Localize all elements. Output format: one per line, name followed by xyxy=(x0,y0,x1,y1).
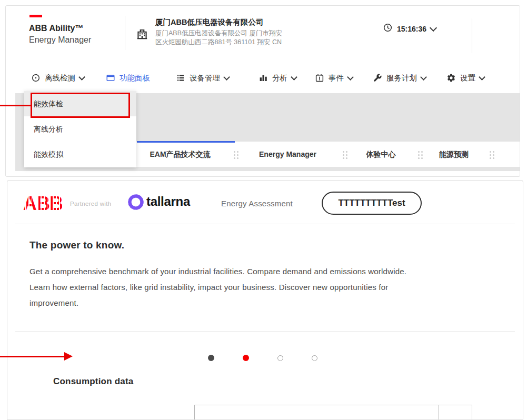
consumption-table-fragment xyxy=(194,405,472,420)
app-subtitle: Energy Manager xyxy=(29,35,91,45)
chevron-down-icon xyxy=(420,74,427,81)
hero-description-line: Learn how external factors, like grid in… xyxy=(29,279,406,295)
nav-item-label: 服务计划 xyxy=(386,73,417,83)
divider xyxy=(125,16,125,50)
chevron-down-icon xyxy=(479,74,485,81)
hero-title: The power to know. xyxy=(29,239,124,251)
company-address-line2: 区火炬园舫山西二路881号 361101 翔安 CN xyxy=(155,38,282,47)
section-title-consumption-data: Consumption data xyxy=(53,376,133,387)
chevron-down-icon xyxy=(347,74,354,81)
calendar-alert-icon xyxy=(315,73,324,83)
nav-item-label: 功能面板 xyxy=(120,73,150,83)
sync-icon xyxy=(31,73,41,83)
chevron-down-icon xyxy=(430,24,437,31)
table-cell xyxy=(195,405,439,420)
divider xyxy=(15,224,515,224)
drag-handle-icon[interactable] xyxy=(418,151,423,159)
nav-item-offline-detection[interactable]: 离线检测 xyxy=(31,70,84,86)
tallarna-logo-icon xyxy=(126,193,145,214)
nav-item-device-management[interactable]: 设备管理 xyxy=(176,70,229,86)
tab-experience-center[interactable]: 体验中心 xyxy=(362,142,400,167)
menu-item-energy-simulation[interactable]: 能效模拟 xyxy=(24,142,136,167)
bar-chart-icon xyxy=(258,73,268,83)
energy-manager-window: ABB Ability™ Energy Manager 厦门ABB低压电器设备有… xyxy=(5,5,520,177)
annotation-connector-line xyxy=(0,105,31,106)
nav-item-analysis[interactable]: 分析 xyxy=(258,70,296,86)
annotation-highlight-box xyxy=(31,93,130,118)
account-button[interactable]: TTTTTTTTTTest xyxy=(322,192,422,215)
company-address-line1: 厦门ABB低压电器设备有限公司 厦门市翔安 xyxy=(155,29,282,38)
carousel-dot[interactable] xyxy=(208,355,214,361)
tallarna-logo-text: tallarna xyxy=(146,194,190,209)
wrench-icon xyxy=(373,73,382,83)
drag-handle-icon[interactable] xyxy=(234,151,239,159)
list-icon xyxy=(176,73,185,83)
nav-item-dashboard[interactable]: 功能面板 xyxy=(106,70,150,86)
tab-energy-forecast[interactable]: 能源预测 xyxy=(435,142,473,167)
annotation-arrow-head xyxy=(64,352,73,361)
hero-description: Get a comprehensive benchmark of your in… xyxy=(29,264,406,311)
chevron-down-icon xyxy=(223,74,230,81)
abb-logo: ABB xyxy=(23,194,63,213)
nav-item-service-plan[interactable]: 服务计划 xyxy=(373,70,426,86)
abb-brand-dash xyxy=(29,15,42,17)
menu-item-offline-analysis[interactable]: 离线分析 xyxy=(24,116,136,142)
drag-handle-icon[interactable] xyxy=(343,151,348,159)
carousel-dot[interactable] xyxy=(277,355,283,361)
table-cell xyxy=(439,405,472,420)
clock-icon xyxy=(383,23,393,35)
nav-item-label: 事件 xyxy=(329,73,344,83)
nav-item-label: 设置 xyxy=(460,73,475,83)
app-title: ABB Ability™ xyxy=(29,24,83,33)
chevron-down-icon xyxy=(78,74,85,81)
nav-item-settings[interactable]: 设置 xyxy=(446,70,484,86)
tab-eam-product-exchange[interactable]: EAM产品技术交流 xyxy=(141,142,220,167)
time-selector[interactable]: 15:16:36 xyxy=(383,23,436,35)
divider xyxy=(472,18,472,53)
product-name: Energy Assessment xyxy=(221,199,293,208)
carousel-dots xyxy=(208,355,317,361)
carousel-dot[interactable] xyxy=(243,355,249,361)
tab-energy-manager[interactable]: Energy Manager xyxy=(253,142,322,167)
partnered-with-label: Partnered with xyxy=(70,201,111,207)
nav-item-events[interactable]: 事件 xyxy=(315,70,353,86)
current-time: 15:16:36 xyxy=(397,25,426,33)
building-icon xyxy=(135,27,149,43)
nav-item-label: 分析 xyxy=(272,73,287,83)
hero-description-line: Get a comprehensive benchmark of your in… xyxy=(29,264,406,279)
gear-icon xyxy=(446,73,456,83)
hero-description-line: improvement. xyxy=(29,295,406,311)
carousel-dot[interactable] xyxy=(312,355,317,361)
annotation-arrow-shaft xyxy=(0,356,64,357)
chevron-down-icon xyxy=(291,74,297,81)
nav-item-label: 设备管理 xyxy=(190,73,220,83)
nav-item-label: 离线检测 xyxy=(45,73,75,83)
drag-handle-icon[interactable] xyxy=(490,151,495,159)
company-name[interactable]: 厦门ABB低压电器设备有限公司 xyxy=(155,17,263,27)
energy-assessment-window: ABB Partnered with tallarna Energy Asses… xyxy=(7,180,523,420)
dashboard-icon xyxy=(106,73,115,83)
divider xyxy=(15,331,515,332)
